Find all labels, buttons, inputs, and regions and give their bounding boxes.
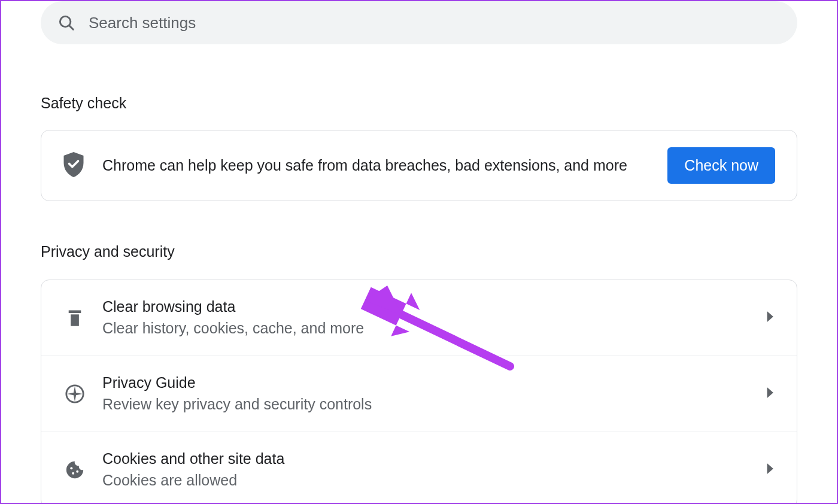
svg-rect-2 <box>69 310 81 313</box>
search-bar[interactable] <box>41 1 797 44</box>
trash-icon <box>63 308 87 327</box>
cookies-row[interactable]: Cookies and other site data Cookies are … <box>41 432 797 504</box>
safety-check-text: Chrome can help keep you safe from data … <box>102 156 667 175</box>
search-icon <box>57 14 75 32</box>
svg-rect-3 <box>71 314 79 326</box>
check-now-button[interactable]: Check now <box>667 147 775 184</box>
clear-browsing-data-row[interactable]: Clear browsing data Clear history, cooki… <box>41 280 797 356</box>
chevron-right-icon <box>767 463 775 476</box>
chevron-right-icon <box>767 311 775 324</box>
svg-point-6 <box>72 472 74 475</box>
svg-point-5 <box>70 467 72 469</box>
privacy-security-heading: Privacy and security <box>41 243 797 260</box>
svg-point-7 <box>76 470 78 473</box>
privacy-guide-row[interactable]: Privacy Guide Review key privacy and sec… <box>41 356 797 432</box>
cookie-icon <box>63 460 87 480</box>
row-subtitle: Review key privacy and security controls <box>102 393 767 415</box>
safety-check-card: Chrome can help keep you safe from data … <box>41 130 797 201</box>
row-subtitle: Clear history, cookies, cache, and more <box>102 317 767 339</box>
chevron-right-icon <box>767 387 775 400</box>
row-title: Cookies and other site data <box>102 449 767 469</box>
row-title: Privacy Guide <box>102 373 767 393</box>
compass-icon <box>63 384 87 404</box>
shield-check-icon <box>63 152 84 180</box>
search-input[interactable] <box>89 14 781 32</box>
row-title: Clear browsing data <box>102 297 767 317</box>
svg-line-1 <box>69 25 73 29</box>
privacy-security-card: Clear browsing data Clear history, cooki… <box>41 280 797 504</box>
row-subtitle: Cookies are allowed <box>102 469 767 491</box>
safety-check-heading: Safety check <box>41 95 797 112</box>
